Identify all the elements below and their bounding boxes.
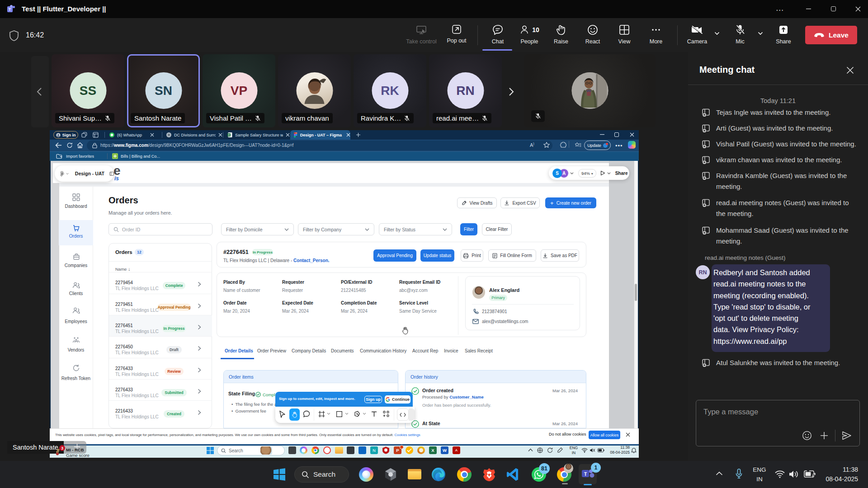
svg-text:T: T bbox=[584, 472, 587, 477]
svg-text:T: T bbox=[9, 7, 11, 12]
